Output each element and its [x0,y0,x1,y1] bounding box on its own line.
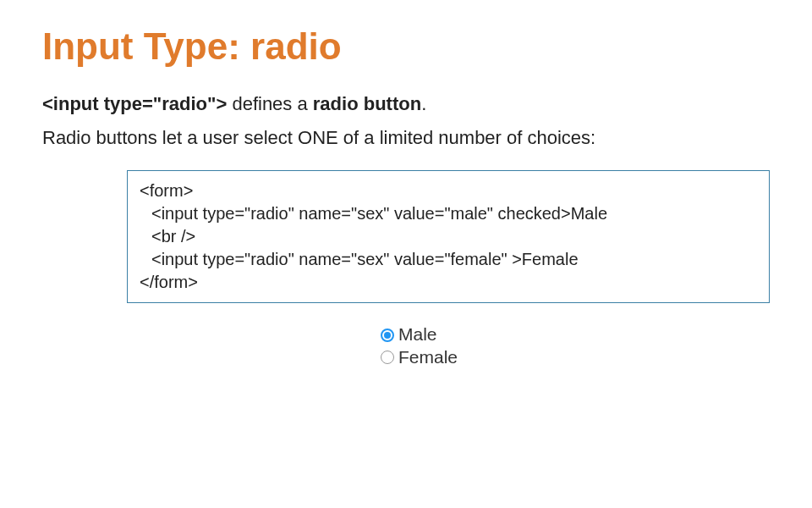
radio-checked-icon [381,329,394,342]
code-line: <input type="radio" name="sex" value="fe… [151,248,757,271]
radio-label: Male [398,323,437,345]
desc-dot: . [421,93,426,114]
radio-unchecked-icon [381,351,394,364]
code-line: <br /> [151,225,757,248]
radio-demo: Male Female [381,323,770,368]
description-line-1: <input type="radio"> defines a radio but… [42,91,770,117]
page-title: Input Type: radio [42,25,770,68]
desc-text-1: defines a [227,93,313,114]
code-line: </form> [140,271,757,294]
code-tag: <input type="radio"> [42,93,227,114]
code-example-box: <form> <input type="radio" name="sex" va… [127,170,770,303]
radio-option-male[interactable]: Male [381,323,770,345]
code-line: <input type="radio" name="sex" value="ma… [151,202,757,225]
desc-bold: radio button [313,93,421,114]
code-line: <form> [140,179,757,202]
radio-label: Female [398,346,458,368]
radio-option-female[interactable]: Female [381,346,770,368]
description-line-2: Radio buttons let a user select ONE of a… [42,125,770,151]
